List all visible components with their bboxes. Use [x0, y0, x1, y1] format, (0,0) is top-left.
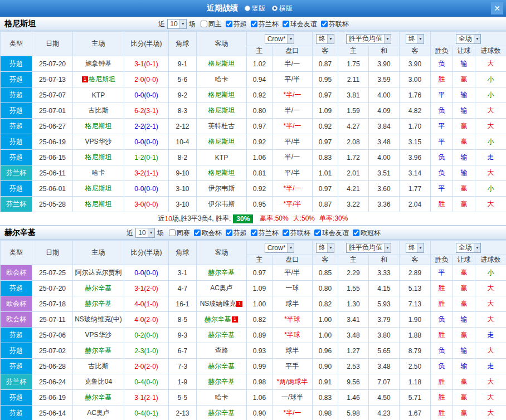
filter-checkbox[interactable]: 芬超 — [226, 228, 247, 238]
avg-select-cell: 胜平负均值▼ — [338, 32, 400, 46]
column-subheader: 主 — [338, 255, 369, 265]
filter-bar: 近10▼场同主芬超芬兰杯球会友谊芬联杯 — [157, 19, 348, 29]
handicap-cell: *两/两球半 — [273, 374, 313, 390]
odds-final-select-cell: 终▼ — [313, 32, 338, 46]
filter-checkbox[interactable]: 同赛 — [169, 228, 190, 238]
filter-checkbox[interactable]: 芬联杯 — [321, 19, 349, 29]
avg-select[interactable]: 胜平负均值▼ — [346, 243, 391, 253]
table-row: 芬兰杯25-05-28格尼斯坦3-0(0-0)3-10伊尔韦斯0.95*平/半0… — [1, 197, 506, 212]
league-badge: 芬兰杯 — [1, 197, 32, 212]
checkbox-input[interactable] — [201, 21, 207, 27]
away-team-cell: 格尼斯坦 — [197, 56, 247, 72]
away-odds-cell: 0.97 — [313, 181, 338, 197]
date-cell: 25-07-11 — [32, 312, 73, 328]
checkbox-input[interactable] — [251, 229, 257, 236]
checkbox-input[interactable] — [226, 21, 232, 27]
avg-home-cell: 3.41 — [338, 312, 369, 328]
goals-cell: 大 — [475, 281, 506, 296]
filter-checkbox[interactable]: 欧冠杯 — [353, 228, 381, 238]
avg-draw-cell: 4.50 — [369, 390, 400, 406]
filter-checkbox[interactable]: 芬兰杯 — [251, 19, 279, 29]
goals-cell: 大 — [475, 374, 506, 390]
table-row: 芬超25-07-20施拿钟基3-1(0-1)9-1格尼斯坦1.02半/一0.87… — [1, 56, 506, 72]
avg-select[interactable]: 胜平负均值▼ — [346, 34, 391, 44]
filter-checkbox[interactable]: 球会友谊 — [283, 19, 317, 29]
odds-company-select[interactable]: Crow*▼ — [265, 243, 295, 253]
home-odds-cell: 0.92 — [247, 181, 273, 197]
filter-checkbox[interactable]: 欧会杯 — [194, 228, 222, 238]
recent-count-select[interactable]: 10▼ — [135, 228, 154, 238]
home-odds-cell: 1.00 — [247, 296, 273, 312]
league-badge: 芬超 — [1, 181, 32, 197]
handicap-cell: 平/半 — [273, 165, 313, 181]
avg-final-select-cell: 终▼ — [400, 241, 431, 255]
result-cell: 胜 — [431, 72, 453, 87]
filter-checkbox[interactable]: 同主 — [201, 19, 222, 29]
corner-cell: 3-10 — [169, 181, 197, 197]
handicap-result-cell: 赢 — [453, 72, 475, 87]
filter-checkbox[interactable]: 芬兰杯 — [251, 228, 279, 238]
filter-checkbox[interactable]: 球会友谊 — [314, 228, 349, 238]
checkbox-input[interactable] — [353, 229, 359, 236]
checkbox-input[interactable] — [283, 229, 289, 236]
chevron-down-icon: ▼ — [474, 243, 480, 252]
league-badge: 芬超 — [1, 390, 32, 406]
corner-cell: 9-2 — [169, 87, 197, 103]
home-team-cell: 赫尔辛基 — [73, 281, 124, 296]
goals-cell: 大 — [475, 296, 506, 312]
team-name-text: 格尼斯坦 — [208, 60, 235, 67]
team-name-text: KTP — [215, 154, 228, 162]
chevron-down-icon: ▼ — [148, 228, 154, 237]
view-radio-vertical[interactable]: 竖版 — [245, 4, 265, 13]
table-row: 芬超25-07-131格尼斯坦2-0(0-0)5-6哈卡0.94平/半0.952… — [1, 72, 506, 87]
avg-draw-cell: 3.33 — [369, 265, 400, 281]
odds-final-select[interactable]: 终▼ — [316, 34, 334, 44]
summary-text: 场,胜3平3负4, 胜率: — [172, 214, 231, 223]
result-cell: 胜 — [431, 328, 453, 343]
checkbox-input[interactable] — [251, 21, 257, 27]
filter-checkbox[interactable]: 芬联杯 — [283, 228, 310, 238]
avg-select-cell: 胜平负均值▼ — [338, 241, 400, 255]
date-cell: 25-07-01 — [32, 103, 73, 119]
checkbox-input[interactable] — [226, 229, 232, 236]
chevron-down-icon: ▼ — [327, 35, 334, 43]
handicap-cell: 球半 — [273, 296, 313, 312]
view-radio-label: 横版 — [279, 4, 293, 13]
checkbox-input[interactable] — [194, 229, 201, 236]
column-subheader: 让球 — [453, 46, 475, 56]
avg-home-cell: 2.01 — [338, 165, 369, 181]
checkbox-input[interactable] — [314, 229, 321, 236]
avg-home-cell: 2.08 — [338, 134, 369, 150]
team-section: 格尼斯坦近10▼场同主芬超芬兰杯球会友谊芬联杯类型日期主场比分(半场)角球客场C… — [0, 17, 506, 226]
scope-select[interactable]: 全场▼ — [456, 34, 481, 44]
away-odds-cell: 1.00 — [313, 312, 338, 328]
odds-final-select[interactable]: 终▼ — [316, 243, 334, 253]
odds-company-select[interactable]: Crow*▼ — [265, 34, 295, 44]
score-cell: 2-2(2-1) — [124, 119, 169, 134]
checkbox-input[interactable] — [321, 21, 328, 27]
handicap-cell: *半/一 — [273, 406, 313, 420]
view-radio-horizontal[interactable]: 横版 — [272, 4, 293, 13]
away-team-cell: 格尼斯坦 — [197, 87, 247, 103]
column-subheader: 胜负 — [431, 46, 453, 56]
recent-count-select[interactable]: 10▼ — [167, 19, 186, 29]
checkbox-input[interactable] — [169, 229, 176, 236]
table-row: 芬超25-06-27格尼斯坦2-2(2-1)2-12英特杜古0.97*半/一0.… — [1, 119, 506, 134]
away-team-cell: 赫尔辛基 — [197, 328, 247, 343]
avg-final-select[interactable]: 终▼ — [406, 243, 424, 253]
date-cell: 25-05-28 — [32, 197, 73, 212]
home-team-cell: 赫尔辛基 — [73, 343, 124, 359]
filter-label: 芬联杯 — [329, 19, 349, 29]
away-odds-cell: 0.87 — [313, 197, 338, 212]
close-button[interactable]: ✕ — [491, 2, 503, 14]
team-name-text: 古比斯 — [89, 362, 109, 370]
checkbox-input[interactable] — [283, 21, 289, 27]
away-team-cell: NS玻纳维克1 — [197, 296, 247, 312]
date-cell: 25-07-20 — [32, 56, 73, 72]
filter-checkbox[interactable]: 芬超 — [226, 19, 247, 29]
summary-bar: 近10场,胜3平3负4, 胜率:30%赢率:50%大:50%单率:30% — [0, 212, 506, 226]
away-team-cell: 赫尔辛基 — [197, 265, 247, 281]
scope-select[interactable]: 全场▼ — [456, 243, 481, 253]
avg-final-select[interactable]: 终▼ — [406, 34, 424, 44]
away-odds-cell: 0.95 — [313, 72, 338, 87]
